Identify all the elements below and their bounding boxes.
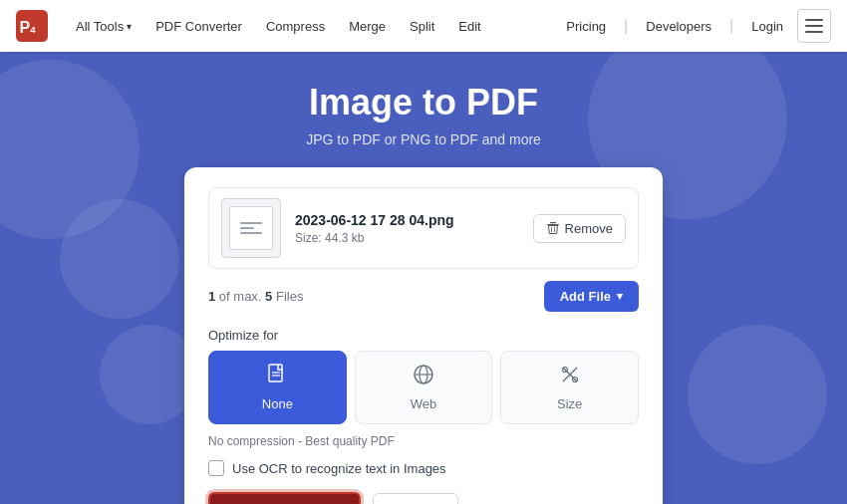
nav-developers[interactable]: Developers bbox=[636, 13, 721, 40]
nav-merge[interactable]: Merge bbox=[339, 13, 396, 40]
file-preview-icon bbox=[240, 222, 262, 234]
nav-divider-1: | bbox=[620, 17, 632, 35]
add-file-button[interactable]: Add File ▾ bbox=[544, 281, 639, 312]
file-size: Size: 44.3 kb bbox=[295, 231, 519, 245]
optimize-none-label: None bbox=[262, 396, 293, 411]
nav-all-tools[interactable]: All Tools ▾ bbox=[66, 13, 141, 40]
navbar: P 4 All Tools ▾ PDF Converter Compress M… bbox=[0, 0, 847, 52]
compression-hint: No compression - Best quality PDF bbox=[208, 434, 639, 448]
svg-text:4: 4 bbox=[30, 24, 36, 35]
optimize-size-label: Size bbox=[557, 396, 582, 411]
start-convert-button[interactable]: › Start Convert bbox=[208, 492, 361, 504]
nav-links: All Tools ▾ PDF Converter Compress Merge… bbox=[66, 13, 556, 40]
nav-edit[interactable]: Edit bbox=[448, 13, 490, 40]
file-info: 2023-06-12 17 28 04.png Size: 44.3 kb bbox=[295, 212, 519, 245]
file-count-number: 1 bbox=[208, 289, 215, 304]
hero-section: Image to PDF JPG to PDF or PNG to PDF an… bbox=[0, 52, 847, 167]
ocr-row: Use OCR to recognize text in Images bbox=[208, 460, 639, 476]
logo-icon: P 4 bbox=[16, 10, 48, 42]
nav-login[interactable]: Login bbox=[741, 13, 793, 40]
nav-pricing[interactable]: Pricing bbox=[556, 13, 616, 40]
trash-icon bbox=[546, 221, 560, 235]
page-subtitle: JPG to PDF or PNG to PDF and more bbox=[20, 131, 827, 147]
remove-button[interactable]: Remove bbox=[533, 214, 626, 243]
page-title: Image to PDF bbox=[20, 82, 827, 124]
logo[interactable]: P 4 bbox=[16, 10, 48, 42]
optimize-option-size[interactable]: Size bbox=[500, 351, 639, 424]
cancel-button[interactable]: Cancel bbox=[373, 493, 458, 504]
optimize-option-web[interactable]: Web bbox=[355, 351, 493, 424]
file-row: 2023-06-12 17 28 04.png Size: 44.3 kb Re… bbox=[208, 187, 639, 269]
file-name: 2023-06-12 17 28 04.png bbox=[295, 212, 519, 228]
nav-split[interactable]: Split bbox=[400, 13, 444, 40]
svg-rect-4 bbox=[550, 222, 556, 223]
scissors-icon bbox=[559, 364, 581, 390]
hamburger-button[interactable] bbox=[797, 9, 831, 43]
ocr-checkbox[interactable] bbox=[208, 460, 224, 476]
nav-divider-2: | bbox=[725, 17, 737, 35]
optimize-option-none[interactable]: None bbox=[208, 351, 347, 424]
file-thumbnail bbox=[221, 198, 281, 258]
action-row: › Start Convert Cancel bbox=[208, 492, 639, 504]
file-max-number: 5 bbox=[265, 289, 272, 304]
nav-pdf-converter[interactable]: PDF Converter bbox=[145, 13, 252, 40]
globe-icon bbox=[413, 364, 434, 390]
file-count-row: 1 of max. 5 Files Add File ▾ bbox=[208, 281, 639, 312]
nav-right: Pricing | Developers | Login bbox=[556, 9, 831, 43]
file-icon bbox=[266, 364, 288, 390]
ocr-label: Use OCR to recognize text in Images bbox=[232, 461, 446, 476]
chevron-down-icon: ▾ bbox=[617, 290, 623, 303]
main-card: 2023-06-12 17 28 04.png Size: 44.3 kb Re… bbox=[184, 167, 663, 504]
chevron-down-icon: ▾ bbox=[127, 21, 132, 32]
optimize-web-label: Web bbox=[411, 396, 437, 411]
hamburger-icon bbox=[805, 19, 823, 33]
nav-compress[interactable]: Compress bbox=[256, 13, 335, 40]
file-count-text: 1 of max. 5 Files bbox=[208, 289, 303, 304]
svg-text:P: P bbox=[20, 19, 31, 36]
optimize-label: Optimize for bbox=[208, 328, 639, 343]
optimize-options: None Web Size bbox=[208, 351, 639, 424]
